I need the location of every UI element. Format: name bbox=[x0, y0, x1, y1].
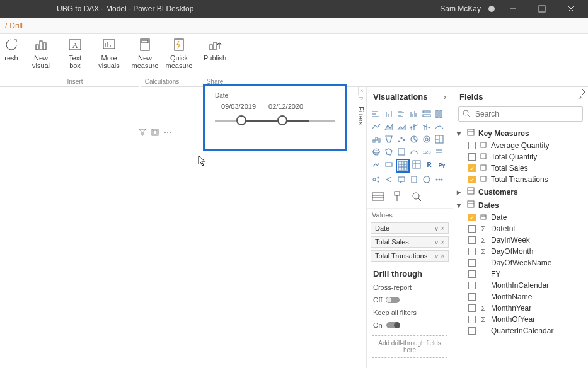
viz-map[interactable] bbox=[371, 146, 382, 158]
user-avatar[interactable] bbox=[488, 6, 495, 12]
svg-rect-71 bbox=[398, 149, 405, 155]
keep-filters-toggle[interactable]: On bbox=[373, 321, 400, 329]
viz-line[interactable] bbox=[371, 121, 382, 132]
field-dateint[interactable]: ΣDateInt bbox=[456, 223, 585, 234]
slider-thumb-start[interactable] bbox=[236, 115, 246, 125]
window-close-button[interactable] bbox=[560, 0, 582, 18]
viz-card[interactable]: 123 bbox=[421, 146, 432, 158]
value-well-total-sales[interactable]: Total Sales ∨ × bbox=[371, 236, 449, 248]
new-measure-button[interactable]: New measure bbox=[131, 37, 159, 69]
new-visual-button[interactable]: New visual bbox=[27, 37, 55, 69]
quick-measure-button[interactable]: Quick measure bbox=[165, 37, 193, 69]
format-tab-icon[interactable] bbox=[392, 191, 403, 204]
window-minimize-button[interactable] bbox=[502, 0, 524, 18]
viz-slicer[interactable] bbox=[383, 159, 395, 170]
viz-qna[interactable] bbox=[396, 174, 407, 185]
viz-funnel[interactable] bbox=[383, 134, 395, 145]
filters-pane-tab[interactable]: Filters bbox=[355, 92, 366, 135]
viz-kpi[interactable] bbox=[371, 159, 382, 170]
publish-button[interactable]: Publish bbox=[201, 37, 229, 62]
viz-stacked-bar[interactable] bbox=[371, 108, 382, 120]
viz-waterfall[interactable] bbox=[371, 134, 382, 145]
values-section-label: Values bbox=[367, 208, 453, 221]
viz-key-influencers[interactable] bbox=[371, 174, 382, 185]
viz-matrix[interactable] bbox=[411, 159, 422, 170]
fields-tab-icon[interactable] bbox=[372, 191, 384, 204]
slicer-title: Date bbox=[215, 92, 335, 99]
svg-rect-76 bbox=[398, 161, 407, 170]
field-monthnyear[interactable]: ΣMonthnYear bbox=[456, 302, 585, 314]
report-canvas[interactable]: Date 09/03/2019 02/12/2020 ‹ Filters bbox=[0, 87, 366, 368]
field-fy[interactable]: FY bbox=[456, 268, 585, 280]
svg-text:A: A bbox=[72, 41, 78, 50]
field-quarterincalendar[interactable]: QuarterInCalendar bbox=[456, 325, 585, 336]
cross-report-label: Cross-report bbox=[367, 281, 453, 294]
group-key-measures[interactable]: ▾ Key Measures bbox=[456, 127, 585, 140]
svg-point-65 bbox=[425, 138, 428, 141]
canvas-edge-collapse[interactable] bbox=[139, 86, 141, 98]
field-monthofyear[interactable]: ΣMonthOfYear bbox=[456, 314, 585, 325]
right-edge-chevron-icon[interactable] bbox=[580, 88, 587, 97]
text-box-button[interactable]: A Text box bbox=[61, 37, 89, 69]
more-visuals-button[interactable]: More visuals bbox=[95, 37, 123, 69]
viz-line-stacked[interactable] bbox=[421, 121, 432, 132]
viz-scatter[interactable] bbox=[396, 134, 407, 145]
viz-decomp-tree[interactable] bbox=[383, 174, 395, 185]
cross-report-toggle[interactable]: Off bbox=[373, 296, 400, 304]
field-dayofweekname[interactable]: DayOfWeekName bbox=[456, 257, 585, 268]
group-customers[interactable]: ▸ Customers bbox=[456, 185, 585, 198]
viz-paginated[interactable] bbox=[408, 174, 420, 185]
field-average-quantity[interactable]: Average Quantity bbox=[456, 140, 585, 151]
field-dayofmonth[interactable]: ΣDayOfMonth bbox=[456, 246, 585, 257]
date-slicer-visual[interactable]: Date 09/03/2019 02/12/2020 bbox=[203, 84, 347, 151]
viz-more-ellipsis[interactable] bbox=[434, 174, 445, 185]
viz-100-stacked-column[interactable] bbox=[434, 108, 445, 120]
viz-shape-map[interactable] bbox=[396, 146, 407, 158]
slicer-start-date[interactable]: 09/03/2019 bbox=[221, 103, 256, 110]
refresh-button[interactable]: resh bbox=[4, 37, 19, 62]
field-monthincalendar[interactable]: MonthInCalendar bbox=[456, 280, 585, 291]
viz-clustered-bar[interactable] bbox=[396, 108, 407, 120]
viz-clustered-column[interactable] bbox=[408, 108, 420, 120]
field-total-transactions[interactable]: ✓Total Transations bbox=[456, 174, 585, 185]
svg-rect-55 bbox=[376, 137, 378, 140]
viz-stacked-column[interactable] bbox=[383, 108, 395, 120]
viz-donut[interactable] bbox=[421, 134, 432, 145]
group-dates[interactable]: ▾ Dates bbox=[456, 198, 585, 212]
filter-icon[interactable] bbox=[139, 129, 146, 138]
focus-mode-icon[interactable] bbox=[151, 129, 159, 138]
viz-multirow-card[interactable] bbox=[434, 146, 445, 158]
field-total-quantity[interactable]: Total Quantity bbox=[456, 151, 585, 163]
visualizations-expand-icon[interactable]: › bbox=[444, 92, 446, 101]
breadcrumb-item-drill[interactable]: Drill bbox=[9, 21, 23, 30]
viz-filled-map[interactable] bbox=[383, 146, 395, 158]
viz-python[interactable]: Py bbox=[436, 159, 447, 170]
viz-line-clustered[interactable] bbox=[408, 121, 420, 132]
slicer-slider[interactable] bbox=[215, 120, 335, 122]
field-monthname[interactable]: MonthName bbox=[456, 291, 585, 302]
viz-r-script[interactable]: R bbox=[424, 159, 435, 170]
drillthrough-dropzone[interactable]: Add drill-through fields here bbox=[372, 335, 447, 358]
viz-ribbon[interactable] bbox=[434, 121, 445, 132]
more-options-icon[interactable] bbox=[164, 129, 171, 138]
viz-100-stacked-bar[interactable] bbox=[421, 108, 432, 120]
viz-treemap[interactable] bbox=[434, 134, 445, 145]
fields-search[interactable] bbox=[458, 106, 583, 122]
window-maximize-button[interactable] bbox=[531, 0, 553, 18]
field-date[interactable]: ✓Date bbox=[456, 212, 585, 223]
viz-gauge[interactable] bbox=[408, 146, 420, 158]
search-input[interactable] bbox=[474, 109, 579, 119]
value-well-total-transactions[interactable]: Total Transations ∨ × bbox=[371, 250, 449, 262]
viz-arcgis[interactable] bbox=[421, 174, 432, 185]
field-total-sales[interactable]: ✓Total Sales bbox=[456, 163, 585, 174]
viz-stacked-area[interactable] bbox=[396, 121, 407, 132]
slider-thumb-end[interactable] bbox=[277, 115, 287, 125]
viz-area[interactable] bbox=[383, 121, 395, 132]
slicer-end-date[interactable]: 02/12/2020 bbox=[268, 103, 303, 110]
svg-rect-46 bbox=[423, 111, 430, 113]
viz-pie[interactable] bbox=[408, 134, 420, 145]
value-well-date[interactable]: Date ∨ × bbox=[371, 222, 449, 234]
field-dayinweek[interactable]: ΣDayInWeek bbox=[456, 234, 585, 246]
viz-table-selected[interactable] bbox=[396, 159, 410, 173]
analytics-tab-icon[interactable] bbox=[411, 191, 422, 204]
